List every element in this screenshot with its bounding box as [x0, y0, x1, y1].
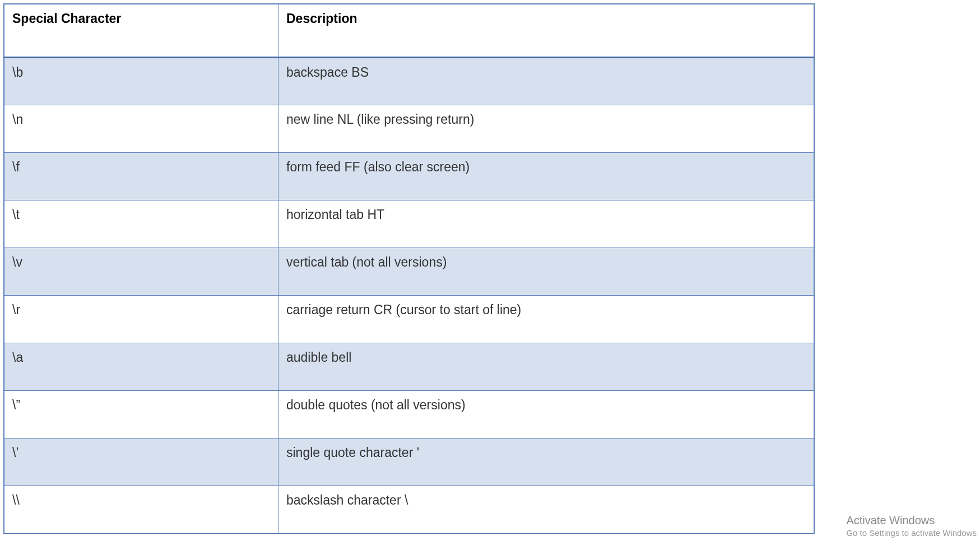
table-row: \” double quotes (not all versions): [4, 391, 814, 438]
cell-char: \b: [4, 58, 278, 105]
cell-desc: horizontal tab HT: [278, 200, 814, 248]
table-row: \f form feed FF (also clear screen): [4, 153, 814, 200]
special-characters-table-container: Special Character Description \b backspa…: [3, 3, 815, 534]
table-row: \’ single quote character ': [4, 438, 814, 486]
special-characters-table: Special Character Description \b backspa…: [4, 4, 814, 534]
cell-desc: form feed FF (also clear screen): [278, 153, 814, 200]
cell-char: \a: [4, 343, 278, 391]
cell-char: \r: [4, 296, 278, 343]
cell-desc: backslash character \: [278, 486, 814, 534]
watermark-title: Activate Windows: [846, 514, 977, 527]
table-body: \b backspace BS \n new line NL (like pre…: [4, 58, 814, 534]
cell-desc: single quote character ': [278, 438, 814, 486]
windows-activation-watermark: Activate Windows Go to Settings to activ…: [846, 514, 977, 538]
cell-char: \”: [4, 391, 278, 438]
cell-desc: vertical tab (not all versions): [278, 248, 814, 296]
cell-desc: carriage return CR (cursor to start of l…: [278, 296, 814, 343]
table-header-row: Special Character Description: [4, 4, 814, 58]
cell-char: \’: [4, 438, 278, 486]
table-row: \n new line NL (like pressing return): [4, 105, 814, 153]
table-row: \t horizontal tab HT: [4, 200, 814, 248]
cell-char: \f: [4, 153, 278, 200]
cell-desc: new line NL (like pressing return): [278, 105, 814, 153]
cell-desc: backspace BS: [278, 58, 814, 105]
cell-char: \t: [4, 200, 278, 248]
cell-desc: double quotes (not all versions): [278, 391, 814, 438]
cell-char: \v: [4, 248, 278, 296]
header-special-character: Special Character: [4, 4, 278, 58]
cell-desc: audible bell: [278, 343, 814, 391]
cell-char: \\: [4, 486, 278, 534]
watermark-subtitle: Go to Settings to activate Windows: [846, 528, 977, 538]
table-row: \v vertical tab (not all versions): [4, 248, 814, 296]
cell-char: \n: [4, 105, 278, 153]
header-description: Description: [278, 4, 814, 58]
table-row: \\ backslash character \: [4, 486, 814, 534]
table-row: \a audible bell: [4, 343, 814, 391]
table-row: \r carriage return CR (cursor to start o…: [4, 296, 814, 343]
table-row: \b backspace BS: [4, 58, 814, 105]
